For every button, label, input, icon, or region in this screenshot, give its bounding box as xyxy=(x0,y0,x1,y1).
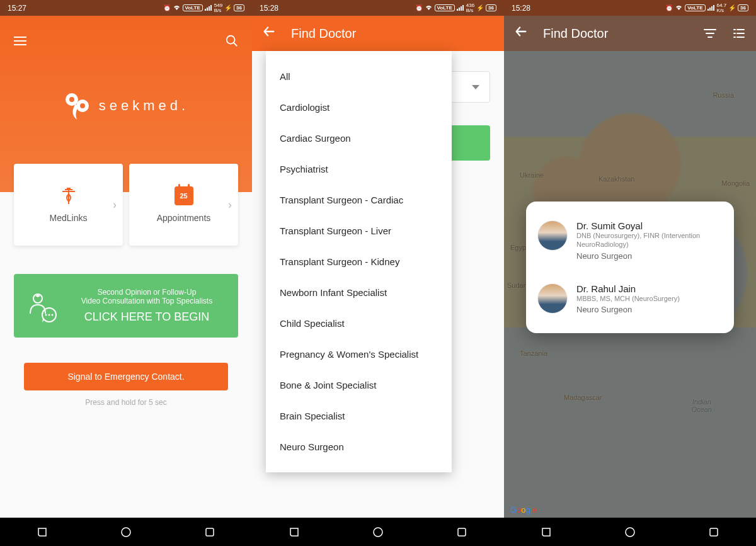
list-icon xyxy=(732,26,746,40)
search-icon xyxy=(225,34,239,48)
nav-back-button[interactable] xyxy=(540,526,553,538)
medlinks-card[interactable]: MedLinks › xyxy=(14,164,123,246)
svg-rect-8 xyxy=(206,528,214,536)
nav-recents-button[interactable] xyxy=(203,526,216,538)
specialty-option[interactable]: Cardiologist xyxy=(266,92,452,123)
nav-back-button[interactable] xyxy=(36,526,49,538)
status-bar: 15:27 ⏰ VoLTE 549 B/s ⚡ 36 xyxy=(0,0,252,16)
battery-badge: 36 xyxy=(486,4,496,11)
nav-home-button[interactable] xyxy=(624,526,636,538)
signal-icon xyxy=(707,4,715,12)
svg-point-9 xyxy=(374,528,382,537)
specialty-menu: All Cardiologist Cardiac Surgeon Psychia… xyxy=(266,51,452,472)
specialty-option[interactable]: Transplant Surgeon - Kidney xyxy=(266,246,452,277)
back-button[interactable] xyxy=(514,25,528,42)
svg-point-0 xyxy=(227,36,235,44)
home-body: MedLinks › 25 Appointments › xyxy=(0,192,252,518)
specialty-option[interactable]: Bone & Joint Specialist xyxy=(266,370,452,401)
filter-button[interactable] xyxy=(703,26,717,40)
android-navbar xyxy=(252,518,504,546)
doctor-item[interactable]: Dr. Sumit Goyal DNB (Neurosurgery), FINR… xyxy=(537,215,723,266)
doctor-specialty: Neuro Surgeon xyxy=(576,305,680,314)
specialty-option[interactable]: Cardiac Surgeon xyxy=(266,123,452,154)
alarm-icon: ⏰ xyxy=(163,4,171,11)
arrow-left-icon xyxy=(514,25,528,38)
arrow-left-icon xyxy=(262,25,276,38)
list-view-button[interactable] xyxy=(732,26,746,40)
nav-home-button[interactable] xyxy=(372,526,384,538)
app-bar: Find Doctor xyxy=(504,16,756,51)
android-navbar xyxy=(504,518,756,546)
status-time: 15:27 xyxy=(8,4,26,13)
nav-recents-button[interactable] xyxy=(707,526,720,538)
charging-icon: ⚡ xyxy=(224,4,232,11)
nav-home-button[interactable] xyxy=(120,526,132,538)
nav-back-button[interactable] xyxy=(288,526,301,538)
chevron-down-icon xyxy=(472,85,479,89)
banner-line2: Video Consultation with Top Specialists xyxy=(67,297,227,305)
back-button[interactable] xyxy=(262,25,276,42)
specialty-option[interactable]: Child Specialist xyxy=(266,308,452,339)
status-icons: ⏰ VoLTE 549 B/s ⚡ 36 xyxy=(163,3,244,13)
logo-icon xyxy=(63,88,91,123)
specialty-option[interactable]: Neuro Surgeon xyxy=(266,431,452,462)
hamburger-icon xyxy=(14,37,26,45)
charging-icon: ⚡ xyxy=(476,4,484,11)
specialty-option[interactable]: Psychiatrist xyxy=(266,154,452,185)
nav-recents-button[interactable] xyxy=(455,526,468,538)
battery-badge: 36 xyxy=(234,4,244,11)
video-consult-banner[interactable]: Second Opinion or Follow-Up Video Consul… xyxy=(14,274,238,338)
status-bar: 15:28 ⏰ VoLTE 436 B/s ⚡ 36 xyxy=(252,0,504,16)
screen-home: 15:27 ⏰ VoLTE 549 B/s ⚡ 36 xyxy=(0,0,252,546)
emergency-button[interactable]: Signal to Emergency Contact. xyxy=(24,363,228,390)
svg-point-11 xyxy=(626,528,634,537)
specialty-option[interactable]: Newborn Infant Specialist xyxy=(266,277,452,308)
signal-icon xyxy=(205,4,212,12)
google-attribution: Google xyxy=(510,505,537,515)
wifi-icon xyxy=(675,4,683,12)
charging-icon: ⚡ xyxy=(728,4,736,11)
search-button[interactable] xyxy=(224,33,239,48)
avatar xyxy=(537,220,568,251)
specialty-option[interactable]: Transplant Surgeon - Cardiac xyxy=(266,185,452,215)
appointments-card[interactable]: 25 Appointments › xyxy=(129,164,238,246)
card-label: MedLinks xyxy=(50,213,88,223)
volte-badge: VoLTE xyxy=(435,4,455,11)
banner-cta: CLICK HERE TO BEGIN xyxy=(67,310,227,324)
page-title: Find Doctor xyxy=(543,26,608,41)
signal-icon xyxy=(457,4,464,12)
specialty-option[interactable]: All xyxy=(266,61,452,92)
status-icons: ⏰ VoLTE 436 B/s ⚡ 36 xyxy=(415,3,496,13)
status-icons: ⏰ VoLTE 64.7 K/s ⚡ 36 xyxy=(665,3,748,13)
screen-find-doctor-list: 15:28 ⏰ VoLTE 436 B/s ⚡ 36 Find Doctor xyxy=(252,0,504,546)
status-bar: 15:28 ⏰ VoLTE 64.7 K/s ⚡ 36 xyxy=(504,0,756,16)
specialty-option[interactable]: Pregnancy & Women's Specialist xyxy=(266,339,452,370)
svg-point-5 xyxy=(49,314,50,316)
android-navbar xyxy=(0,518,252,546)
banner-line1: Second Opinion or Follow-Up xyxy=(67,288,227,297)
doctor-chat-icon xyxy=(25,290,58,322)
medical-icon xyxy=(60,186,77,205)
volte-badge: VoLTE xyxy=(685,4,705,11)
svg-line-1 xyxy=(234,43,238,47)
menu-button[interactable] xyxy=(13,33,28,48)
calendar-icon: 25 xyxy=(175,186,193,205)
doctor-credentials: MBBS, MS, MCH (NeuroSurgery) xyxy=(576,294,680,303)
screen-find-doctor-map: Russia Ukraine Kazakhstan Mongolia Egypt… xyxy=(504,0,756,546)
doctor-credentials: DNB (Neurosurgery), FINR (Intervention N… xyxy=(576,231,723,249)
specialty-option[interactable]: Transplant Surgeon - Liver xyxy=(266,215,452,246)
alarm-icon: ⏰ xyxy=(415,4,423,11)
app-bar: Find Doctor xyxy=(252,16,504,51)
logo-text: seekmed. xyxy=(99,98,189,114)
filter-icon xyxy=(703,26,717,40)
battery-badge: 36 xyxy=(738,4,748,11)
find-doctor-body: All Cardiologist Cardiac Surgeon Psychia… xyxy=(252,51,504,518)
doctor-item[interactable]: Dr. Rahul Jain MBBS, MS, MCH (NeuroSurge… xyxy=(537,278,723,319)
doctor-name: Dr. Rahul Jain xyxy=(576,283,680,294)
card-label: Appointments xyxy=(157,213,211,223)
wifi-icon xyxy=(173,4,181,12)
doctor-name: Dr. Sumit Goyal xyxy=(576,220,723,231)
specialty-option[interactable]: Brain Specialist xyxy=(266,401,452,431)
avatar xyxy=(537,283,568,314)
chevron-right-icon: › xyxy=(228,198,232,212)
